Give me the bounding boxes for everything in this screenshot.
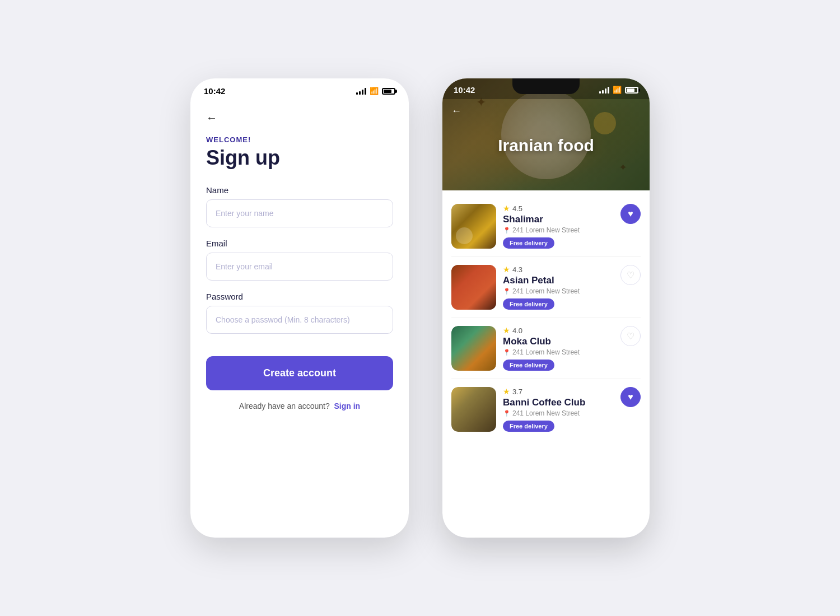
signal-icon-2 bbox=[599, 87, 609, 94]
restaurant-name-asian: Asian Petal bbox=[503, 275, 641, 286]
restaurant-image-asian bbox=[451, 265, 496, 310]
star-icon: ★ bbox=[503, 326, 510, 335]
star-icon: ★ bbox=[503, 265, 510, 274]
rating-asian: ★ 4.3 bbox=[503, 265, 641, 274]
favorite-button-banni[interactable]: ♥ bbox=[620, 387, 641, 407]
restaurant-name-moka: Moka Club bbox=[503, 336, 641, 347]
pin-icon: 📍 bbox=[503, 349, 511, 356]
restaurant-item: ★ 3.7 Banni Coffee Club 📍 241 Lorem New … bbox=[451, 379, 641, 440]
favorite-button-shalimar[interactable]: ♥ bbox=[620, 204, 641, 224]
name-form-group: Name bbox=[206, 185, 393, 227]
status-icons-1: 📶 bbox=[356, 87, 395, 95]
delivery-badge-asian: Free delivery bbox=[503, 298, 554, 310]
restaurant-image-shalimar bbox=[451, 204, 496, 249]
rating-value-banni: 3.7 bbox=[512, 388, 522, 396]
back-button[interactable]: ← bbox=[206, 111, 217, 124]
rating-moka: ★ 4.0 bbox=[503, 326, 641, 335]
pin-icon: 📍 bbox=[503, 227, 511, 234]
restaurant-address-asian: 📍 241 Lorem New Street bbox=[503, 287, 641, 295]
address-text-banni: 241 Lorem New Street bbox=[512, 409, 580, 417]
battery-icon bbox=[382, 88, 395, 95]
signup-phone: 10:42 📶 ← WELCOME! Sign up Name bbox=[190, 78, 409, 538]
restaurant-address-shalimar: 📍 241 Lorem New Street bbox=[503, 226, 641, 234]
hero-title: Iranian food bbox=[498, 136, 594, 155]
signin-row: Already have an account? Sign in bbox=[206, 402, 393, 410]
status-time-1: 10:42 bbox=[204, 86, 225, 96]
delivery-badge-shalimar: Free delivery bbox=[503, 237, 554, 249]
signup-content: ← WELCOME! Sign up Name Email Password C… bbox=[190, 100, 409, 433]
favorite-button-asian[interactable]: ♡ bbox=[620, 265, 641, 285]
phone-notch bbox=[512, 78, 580, 94]
delivery-badge-banni: Free delivery bbox=[503, 421, 554, 432]
wifi-icon-2: 📶 bbox=[613, 86, 622, 94]
favorite-button-moka[interactable]: ♡ bbox=[620, 326, 641, 346]
restaurant-address-moka: 📍 241 Lorem New Street bbox=[503, 348, 641, 356]
restaurant-info-banni: ★ 3.7 Banni Coffee Club 📍 241 Lorem New … bbox=[503, 387, 641, 432]
address-text-asian: 241 Lorem New Street bbox=[512, 287, 580, 295]
signin-link[interactable]: Sign in bbox=[334, 402, 361, 410]
restaurant-image-moka bbox=[451, 326, 496, 371]
restaurant-phone: 10:42 📶 ✦ ✦ ← Iranian food bbox=[442, 78, 650, 538]
restaurant-item: ★ 4.3 Asian Petal 📍 241 Lorem New Street… bbox=[451, 257, 641, 318]
restaurant-info-asian: ★ 4.3 Asian Petal 📍 241 Lorem New Street… bbox=[503, 265, 641, 310]
welcome-label: WELCOME! bbox=[206, 136, 393, 144]
address-text-shalimar: 241 Lorem New Street bbox=[512, 226, 580, 234]
rating-value-shalimar: 4.5 bbox=[512, 204, 522, 213]
address-text-moka: 241 Lorem New Street bbox=[512, 348, 580, 356]
signin-prompt: Already have an account? bbox=[239, 402, 330, 410]
signal-icon bbox=[356, 88, 366, 95]
email-input[interactable] bbox=[206, 253, 393, 281]
pin-icon: 📍 bbox=[503, 288, 511, 295]
password-input[interactable] bbox=[206, 306, 393, 334]
star-icon: ★ bbox=[503, 387, 510, 396]
delivery-badge-moka: Free delivery bbox=[503, 360, 554, 371]
restaurant-image-banni bbox=[451, 387, 496, 432]
signup-title: Sign up bbox=[206, 146, 393, 170]
restaurant-item: ★ 4.0 Moka Club 📍 241 Lorem New Street F… bbox=[451, 318, 641, 379]
restaurant-name-shalimar: Shalimar bbox=[503, 214, 641, 225]
restaurant-info-shalimar: ★ 4.5 Shalimar 📍 241 Lorem New Street Fr… bbox=[503, 204, 641, 249]
rating-banni: ★ 3.7 bbox=[503, 387, 641, 396]
rating-value-asian: 4.3 bbox=[512, 265, 522, 274]
restaurant-info-moka: ★ 4.0 Moka Club 📍 241 Lorem New Street F… bbox=[503, 326, 641, 371]
create-account-button[interactable]: Create account bbox=[206, 356, 393, 390]
restaurant-address-banni: 📍 241 Lorem New Street bbox=[503, 409, 641, 417]
name-input[interactable] bbox=[206, 199, 393, 227]
status-icons-2: 📶 bbox=[599, 86, 638, 94]
pin-icon: 📍 bbox=[503, 410, 511, 417]
rating-value-moka: 4.0 bbox=[512, 326, 522, 335]
email-form-group: Email bbox=[206, 239, 393, 281]
status-time-2: 10:42 bbox=[454, 85, 475, 95]
back-button-2[interactable]: ← bbox=[451, 105, 461, 117]
password-form-group: Password bbox=[206, 292, 393, 334]
restaurant-list: ★ 4.5 Shalimar 📍 241 Lorem New Street Fr… bbox=[442, 190, 650, 445]
restaurant-name-banni: Banni Coffee Club bbox=[503, 397, 641, 408]
phones-container: 10:42 📶 ← WELCOME! Sign up Name bbox=[190, 78, 650, 538]
restaurant-item: ★ 4.5 Shalimar 📍 241 Lorem New Street Fr… bbox=[451, 196, 641, 257]
battery-icon-2 bbox=[625, 87, 638, 94]
password-label: Password bbox=[206, 292, 393, 301]
star-icon: ★ bbox=[503, 204, 510, 213]
rating-shalimar: ★ 4.5 bbox=[503, 204, 641, 213]
wifi-icon: 📶 bbox=[370, 87, 379, 95]
status-bar-1: 10:42 📶 bbox=[190, 78, 409, 100]
email-label: Email bbox=[206, 239, 393, 248]
name-label: Name bbox=[206, 185, 393, 195]
